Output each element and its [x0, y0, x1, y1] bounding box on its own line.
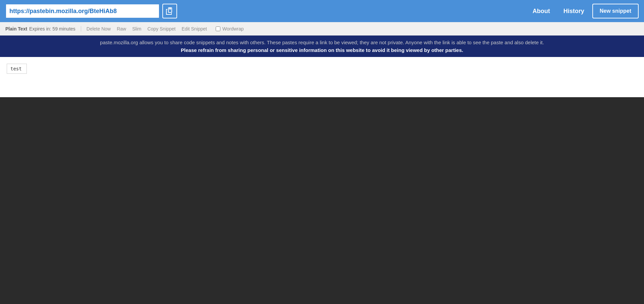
- copy-snippet-button[interactable]: Copy Snippet: [147, 26, 175, 32]
- share-button[interactable]: [162, 4, 177, 18]
- wordwrap-checkbox[interactable]: [216, 26, 220, 31]
- about-link[interactable]: About: [527, 6, 555, 16]
- info-banner: paste.mozilla.org allows you to share co…: [0, 36, 644, 57]
- info-main-text: paste.mozilla.org allows you to share co…: [13, 40, 631, 45]
- raw-button[interactable]: Raw: [117, 26, 126, 32]
- snippet-text: test: [10, 66, 22, 71]
- header: About History New snippet: [0, 0, 644, 22]
- info-warning-text: Please refrain from sharing personal or …: [13, 47, 631, 53]
- toolbar: Plain Text Expires in: 59 minutes Delete…: [0, 22, 644, 36]
- content-area: test: [0, 57, 644, 97]
- url-bar[interactable]: [5, 4, 160, 18]
- format-label: Plain Text: [5, 26, 27, 32]
- new-snippet-button[interactable]: New snippet: [592, 4, 639, 18]
- toolbar-actions: Delete Now Raw Slim Copy Snippet Edit Sn…: [87, 26, 244, 32]
- wordwrap-container: Wordwrap: [216, 26, 244, 32]
- footer-area: [0, 97, 644, 298]
- delete-now-button[interactable]: Delete Now: [87, 26, 111, 32]
- snippet-content-box: test: [7, 64, 27, 74]
- expires-label: Expires in: 59 minutes: [29, 26, 75, 32]
- slim-button[interactable]: Slim: [132, 26, 141, 32]
- wordwrap-label: Wordwrap: [222, 26, 244, 32]
- edit-snippet-button[interactable]: Edit Snippet: [182, 26, 207, 32]
- share-icon: [166, 7, 174, 15]
- toolbar-meta: Plain Text Expires in: 59 minutes: [5, 26, 81, 32]
- history-link[interactable]: History: [558, 6, 590, 16]
